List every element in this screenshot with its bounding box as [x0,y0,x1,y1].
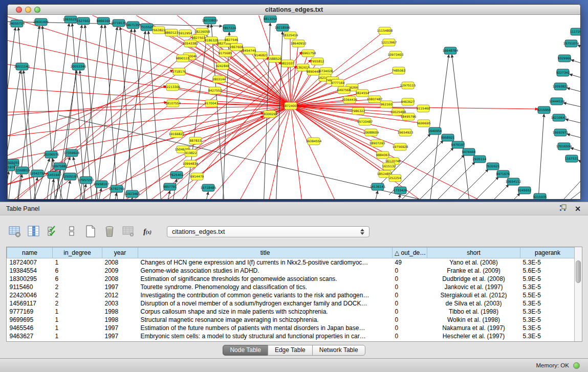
table-cell[interactable]: Corpus callosum shape and size in male p… [138,308,393,316]
graph-node[interactable]: 10543382 [183,40,199,47]
graph-node[interactable]: 20364436 [342,96,358,103]
graph-node[interactable]: 962160 [380,101,393,108]
table-cell[interactable]: 9699695 [7,316,53,324]
table-cell[interactable]: Jankovic et al. (1997) [427,283,520,291]
graph-node[interactable]: 12042757 [30,170,46,177]
graph-node[interactable]: 1588520 [268,55,282,62]
graph-node[interactable]: 24055724 [9,20,25,27]
graph-edge[interactable] [92,27,117,199]
graph-node[interactable]: 20691406 [33,18,49,26]
graph-node[interactable]: 9890115 [176,55,190,62]
graph-node[interactable]: 11451947 [46,171,62,179]
window-zoom-button[interactable] [34,7,40,13]
graph-node[interactable]: 12213967 [381,39,397,46]
table-cell[interactable]: 1 [53,258,102,267]
delete-button[interactable] [102,224,117,239]
graph-node[interactable]: 5912954 [179,30,192,37]
table-cell[interactable]: Franke et al. (2009) [427,267,520,275]
graph-edge[interactable] [13,49,243,199]
graph-edge[interactable] [563,103,580,108]
graph-node[interactable]: 15718485 [201,184,216,191]
table-cell[interactable]: 49 [393,258,427,267]
graph-edge[interactable] [290,35,291,106]
graph-edge[interactable] [578,45,580,51]
table-row[interactable]: 1938455462009Genome-wide association stu… [7,267,575,275]
graph-edge[interactable] [410,155,464,199]
graph-edge[interactable] [291,106,405,133]
graph-node[interactable]: 2803144 [212,76,226,83]
graph-node[interactable]: 9860123 [165,29,179,36]
table-cell[interactable]: 14569117 [7,299,53,308]
table-cell[interactable]: de Silva et al. (2003) [427,299,520,308]
graph-node[interactable]: 9699695 [417,120,431,127]
graph-node[interactable]: 10719135 [111,19,127,27]
table-cell[interactable]: 5.3E-5 [520,324,575,332]
graph-node[interactable]: 15720487 [357,118,373,125]
table-cell[interactable]: 1998 [102,316,138,324]
table-cell[interactable]: 5.3E-5 [520,332,575,340]
table-cell[interactable]: Disruption of a novel member of a sodium… [138,299,393,308]
graph-edge[interactable] [291,106,345,199]
graph-node[interactable]: 17359928 [64,149,80,157]
graph-node[interactable]: 19654923 [398,129,413,136]
graph-edge[interactable] [222,32,229,199]
graph-node[interactable]: 19166827 [169,130,185,138]
table-cell[interactable]: Wolkin et al. (1998) [427,316,520,324]
graph-node[interactable]: 8427552 [208,87,222,94]
graph-node[interactable]: 7632621 [486,163,500,170]
table-cell[interactable]: 0 [393,316,427,324]
table-row[interactable]: 977716911998Corpus callosum shape and si… [7,308,575,316]
graph-node[interactable]: 9822037 [281,60,295,67]
graph-node[interactable]: 919822 [185,149,197,157]
table-cell[interactable]: 19384554 [7,267,53,275]
graph-node[interactable]: 9474444 [462,148,476,156]
graph-node[interactable]: 16648784 [443,47,459,54]
graph-node[interactable]: 2718176 [172,68,186,75]
graph-node[interactable]: 1733426 [394,187,407,194]
graph-node[interactable]: 11154808 [377,27,393,34]
graph-edge[interactable] [264,106,291,199]
graph-node[interactable]: 252254 [389,174,401,182]
graph-node[interactable]: 10973403 [388,51,404,58]
table-cell[interactable]: 2008 [102,275,138,283]
table-cell[interactable]: 1997 [102,324,138,332]
window-minimize-button[interactable] [25,7,31,13]
graph-node[interactable]: 9242848 [216,62,230,70]
new-file-button[interactable] [83,224,98,239]
graph-node[interactable]: 6734028 [319,68,333,75]
table-cell[interactable]: 0 [393,267,427,275]
table-row[interactable]: 1830029562008Estimation of significance … [7,275,575,283]
graph-edge[interactable] [190,43,291,106]
graph-node[interactable]: 10688609 [363,129,379,136]
graph-edge[interactable] [567,88,580,94]
graph-node[interactable]: 12213306 [165,83,181,91]
table-cell[interactable]: Stergiakouli et al. (2012) [427,291,520,299]
graph-node[interactable]: 8471676 [496,170,510,178]
table-selector-dropdown[interactable]: citations_edges.txt [167,226,369,237]
table-cell[interactable]: 1 [53,308,102,316]
column-header-short[interactable]: short [427,248,520,258]
graph-node[interactable]: 18907293 [369,140,385,147]
function-builder-button[interactable]: f(x) [140,224,155,239]
graph-edge[interactable] [8,28,15,199]
table-cell[interactable]: Nakamura et al. (1997) [427,324,520,332]
table-scrollbar[interactable] [574,247,582,341]
graph-edge[interactable] [565,119,580,125]
tab-network-table[interactable]: Network Table [312,345,365,356]
scrollbar-thumb[interactable] [576,260,581,283]
table-cell[interactable]: Changes of HCN gene expression and I(f) … [138,258,393,267]
graph-edge[interactable] [434,169,488,199]
graph-node[interactable]: 9857791 [163,183,177,190]
graph-node[interactable]: 12975115 [400,82,416,89]
graph-node[interactable]: 2935114 [473,156,487,163]
graph-edge[interactable] [571,60,580,65]
graph-node[interactable]: 20206576 [43,151,59,158]
graph-node[interactable]: 16210643 [551,114,567,121]
table-cell[interactable]: 5.3E-5 [520,258,575,267]
table-cell[interactable]: 2 [53,283,102,291]
table-cell[interactable]: 5.3E-5 [520,316,575,324]
table-cell[interactable]: 1997 [102,283,138,291]
table-cell[interactable]: 0 [393,299,427,308]
graph-node[interactable]: 15751074 [563,40,579,47]
graph-node[interactable]: 7485063 [392,67,406,74]
